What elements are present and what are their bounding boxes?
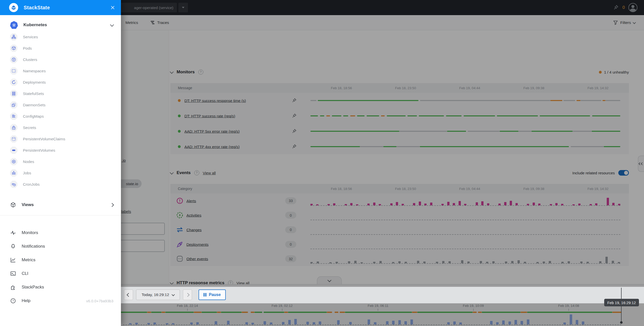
- sidebar-item-label: StackPacks: [22, 285, 44, 290]
- timeline-time-button[interactable]: Today, 16:29:12: [136, 289, 180, 300]
- pause-button[interactable]: Pause: [199, 289, 226, 300]
- sidebar-item-cronjobs[interactable]: CronJobs: [0, 179, 121, 190]
- sidebar-item-label: Metrics: [22, 257, 36, 263]
- sidebar-item-nodes[interactable]: Nodes: [0, 156, 121, 167]
- services-icon: [10, 33, 17, 41]
- sidebar-item-label: Nodes: [23, 159, 34, 164]
- sidebar-item-pods[interactable]: Pods: [0, 43, 121, 54]
- sidebar-item-statefulsets[interactable]: StatefulSets: [0, 88, 121, 99]
- sidebar-section-kubernetes[interactable]: Kubernetes: [0, 19, 121, 31]
- persistentvolumes-icon: [10, 147, 17, 154]
- sidebar-item-views[interactable]: Views: [0, 199, 121, 211]
- sidebar-section-label: Kubernetes: [23, 22, 47, 27]
- sidebar-item-clusters[interactable]: Clusters: [0, 54, 121, 65]
- sidebar-item-stackpacks[interactable]: StackPacks: [0, 280, 121, 294]
- pods-icon: [10, 45, 17, 52]
- sidebar-item-secrets[interactable]: Secrets: [0, 122, 121, 133]
- sidebar-item-services[interactable]: Services: [0, 31, 121, 43]
- chevron-down-icon: [172, 293, 175, 296]
- sidebar-item-label: Clusters: [23, 57, 37, 62]
- svg-text:?: ?: [12, 299, 14, 302]
- drawer-divider: [0, 215, 121, 215]
- statefulsets-icon: [10, 90, 17, 97]
- daemonsets-icon: [10, 101, 17, 109]
- sidebar-item-label: Jobs: [23, 171, 31, 175]
- sidebar-item-label: CronJobs: [23, 182, 40, 187]
- drawer-header: StackState ×: [0, 0, 121, 15]
- drawer-body: Kubernetes Services Pods Clusters Namesp…: [0, 15, 121, 326]
- sidebar-item-label: StatefulSets: [23, 91, 44, 96]
- help-icon: ?: [10, 298, 16, 304]
- jobs-icon: [10, 169, 17, 177]
- monitors-icon: [10, 230, 16, 236]
- timeline-time-label: Today, 16:29:12: [142, 292, 169, 297]
- clusters-icon: [10, 56, 17, 63]
- sidebar-item-jobs[interactable]: Jobs: [0, 167, 121, 179]
- brand-name: StackState: [24, 5, 50, 11]
- sidebar-item-label: Deployments: [23, 80, 46, 85]
- configmaps-icon: [10, 113, 17, 120]
- sidebar-item-label: Notifications: [22, 244, 45, 249]
- cronjobs-icon: [10, 181, 17, 188]
- stackpacks-icon: [10, 284, 16, 290]
- stackstate-logo: [9, 3, 18, 12]
- chevron-right-icon: [110, 203, 114, 207]
- chevron-right-icon: [185, 293, 189, 297]
- secrets-icon: [10, 124, 17, 131]
- sidebar-item-label: Help: [22, 298, 30, 303]
- sidebar-item-label: CLI: [22, 271, 28, 276]
- sidebar-item-cli[interactable]: CLI: [0, 267, 121, 280]
- sidebar-item-monitors[interactable]: Monitors: [0, 226, 121, 240]
- nodes-icon: [10, 158, 17, 165]
- timeline-prev-button[interactable]: [124, 289, 133, 300]
- sidebar-item-metrics[interactable]: Metrics: [0, 253, 121, 267]
- sidebar-item-persistentvolumes[interactable]: PersistentVolumes: [0, 145, 121, 156]
- sidebar-item-label: PersistentVolumes: [23, 148, 55, 153]
- close-icon[interactable]: ×: [110, 4, 115, 11]
- cli-icon: [10, 271, 16, 277]
- sidebar-item-help[interactable]: ? Helpv6.0.0+7ba93b3: [0, 294, 121, 308]
- sidebar-item-label: Namespaces: [23, 69, 46, 73]
- sidebar-item-label: Pods: [23, 46, 32, 51]
- sidebar-item-label: Monitors: [22, 230, 38, 235]
- navigation-drawer: StackState × Kubernetes Services Pods Cl…: [0, 0, 121, 326]
- app-version: v6.0.0+7ba93b3: [86, 299, 113, 303]
- sidebar-item-label: ConfigMaps: [23, 114, 44, 119]
- metrics-icon: [10, 257, 16, 263]
- sidebar-item-persistentvolumeclaims[interactable]: PersistentVolumeClaims: [0, 133, 121, 145]
- chevron-down-icon: [110, 23, 114, 27]
- sidebar-item-label: DaemonSets: [23, 103, 46, 107]
- sidebar-item-configmaps[interactable]: ConfigMaps: [0, 111, 121, 122]
- chevron-left-icon: [126, 293, 131, 297]
- sidebar-item-notifications[interactable]: Notifications: [0, 240, 121, 253]
- sidebar-item-deployments[interactable]: Deployments: [0, 77, 121, 88]
- sidebar-item-label: PersistentVolumeClaims: [23, 137, 65, 141]
- kubernetes-icon: [10, 21, 18, 29]
- persistentvolumeclaims-icon: [10, 135, 17, 143]
- pause-icon: [204, 293, 206, 297]
- timeline-next-button[interactable]: [183, 289, 192, 300]
- sidebar-item-label: Views: [22, 202, 34, 207]
- sidebar-item-label: Services: [23, 35, 38, 39]
- pause-label: Pause: [209, 292, 221, 297]
- views-icon: [10, 202, 16, 208]
- deployments-icon: [10, 79, 17, 86]
- notifications-icon: [10, 243, 16, 249]
- sidebar-item-namespaces[interactable]: Namespaces: [0, 65, 121, 77]
- sidebar-item-label: Secrets: [23, 125, 36, 130]
- sidebar-item-daemonsets[interactable]: DaemonSets: [0, 99, 121, 111]
- namespaces-icon: [10, 67, 17, 75]
